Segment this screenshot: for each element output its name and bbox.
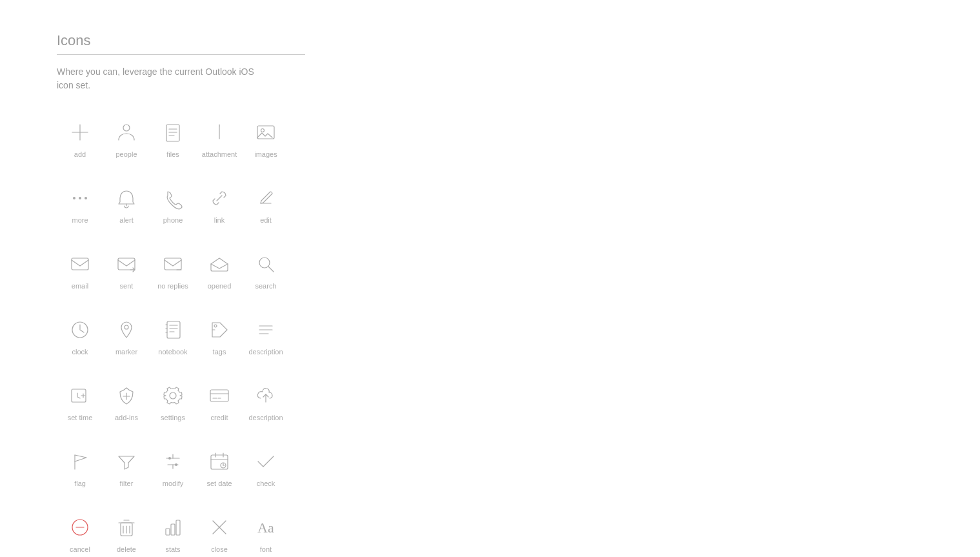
icon-item-search: search (243, 243, 289, 296)
svg-rect-69 (166, 529, 170, 535)
email-icon (66, 250, 94, 278)
close-icon (205, 513, 234, 542)
icon-item-opened: opened (196, 243, 243, 296)
svg-point-10 (73, 197, 75, 199)
svg-point-11 (79, 197, 81, 199)
no-replies-icon (159, 250, 187, 278)
icon-item-no-replies: no replies (150, 243, 196, 296)
icon-item-marker: marker (103, 309, 150, 362)
icon-label: add (74, 150, 86, 158)
icon-item-images: images (243, 112, 289, 165)
icon-label: description (248, 414, 283, 421)
icon-item-flag: flag (57, 441, 103, 494)
svg-text:Aa: Aa (257, 520, 274, 536)
tags-icon (205, 316, 234, 344)
add-ins-icon (112, 381, 141, 410)
set-time-icon (66, 381, 94, 410)
icon-label: settings (161, 414, 185, 421)
icon-label: flag (74, 480, 86, 487)
icon-label: font (260, 545, 272, 553)
cancel-icon (66, 513, 94, 542)
title-divider (57, 54, 305, 55)
attachment-icon (205, 118, 234, 147)
icon-label: more (72, 216, 88, 224)
icon-item-clock: clock (57, 309, 103, 362)
svg-point-32 (214, 325, 217, 327)
icon-item-add-ins: add-ins (103, 375, 150, 428)
icon-label: cancel (70, 545, 90, 553)
icon-item-email: email (57, 243, 103, 296)
icon-label: marker (115, 348, 137, 356)
icon-label: credit (211, 414, 228, 421)
edit-icon (252, 184, 280, 212)
settings-icon (159, 381, 187, 410)
icon-label: set date (206, 480, 232, 487)
svg-rect-24 (167, 321, 180, 338)
opened-icon (205, 250, 234, 278)
icon-label: stats (165, 545, 180, 553)
stats-icon (159, 513, 187, 542)
more-icon (66, 184, 94, 212)
cloud-upload-icon (252, 381, 280, 410)
icon-label: alert (119, 216, 133, 224)
svg-point-41 (170, 392, 176, 399)
icon-label: email (72, 282, 88, 290)
icon-label: search (255, 282, 276, 290)
link-icon (205, 184, 234, 212)
svg-rect-16 (118, 258, 135, 270)
description-icon (252, 316, 280, 344)
delete-icon (112, 513, 141, 542)
icon-item-modify: modify (150, 441, 196, 494)
svg-point-53 (175, 463, 177, 466)
phone-icon (159, 184, 187, 212)
svg-point-23 (125, 325, 128, 329)
icon-item-notebook: notebook (150, 309, 196, 362)
icon-item-cancel: cancel (57, 507, 103, 557)
icon-label: no replies (157, 282, 188, 290)
icon-item-attachment: attachment (196, 112, 243, 165)
icon-item-stats: stats (150, 507, 196, 557)
svg-line-21 (268, 267, 274, 272)
icon-item-close: close (196, 507, 243, 557)
icon-label: edit (260, 216, 272, 224)
page: Icons Where you can, leverage the curren… (0, 0, 980, 557)
icon-item-check: check (243, 441, 289, 494)
font-icon: Aa (252, 513, 280, 542)
icon-item-font: Aa font (243, 507, 289, 557)
icon-label: opened (208, 282, 232, 290)
notebook-icon (159, 316, 187, 344)
svg-rect-3 (166, 125, 179, 141)
icon-item-edit: edit (243, 177, 289, 230)
icon-item-filter: filter (103, 441, 150, 494)
icon-item-delete: delete (103, 507, 150, 557)
icon-item-description1: description (243, 309, 289, 362)
icon-label: close (211, 545, 228, 553)
set-date-icon (205, 447, 234, 476)
icon-item-settings: settings (150, 375, 196, 428)
svg-point-2 (123, 125, 130, 131)
icon-label: clock (72, 348, 88, 356)
add-icon (66, 118, 94, 147)
alert-icon (112, 184, 141, 212)
icon-label: attachment (202, 150, 237, 158)
svg-rect-15 (72, 258, 88, 270)
icon-label: description (248, 348, 283, 356)
filter-icon (112, 447, 141, 476)
icon-item-link: link (196, 177, 243, 230)
icon-item-alert: alert (103, 177, 150, 230)
icon-item-set-date: set date (196, 441, 243, 494)
icon-label: phone (163, 216, 183, 224)
icon-item-sent: sent (103, 243, 150, 296)
icon-item-people: people (103, 112, 150, 165)
icon-item-set-time: set time (57, 375, 103, 428)
svg-point-9 (261, 129, 265, 132)
svg-point-52 (168, 457, 171, 460)
icon-item-files: files (150, 112, 196, 165)
svg-rect-71 (176, 520, 180, 535)
icon-label: link (214, 216, 225, 224)
modify-icon (159, 447, 187, 476)
icons-grid: add people files attachment images (57, 112, 923, 557)
icon-label: sent (120, 282, 134, 290)
icon-item-add: add (57, 112, 103, 165)
icon-label: delete (117, 545, 136, 553)
